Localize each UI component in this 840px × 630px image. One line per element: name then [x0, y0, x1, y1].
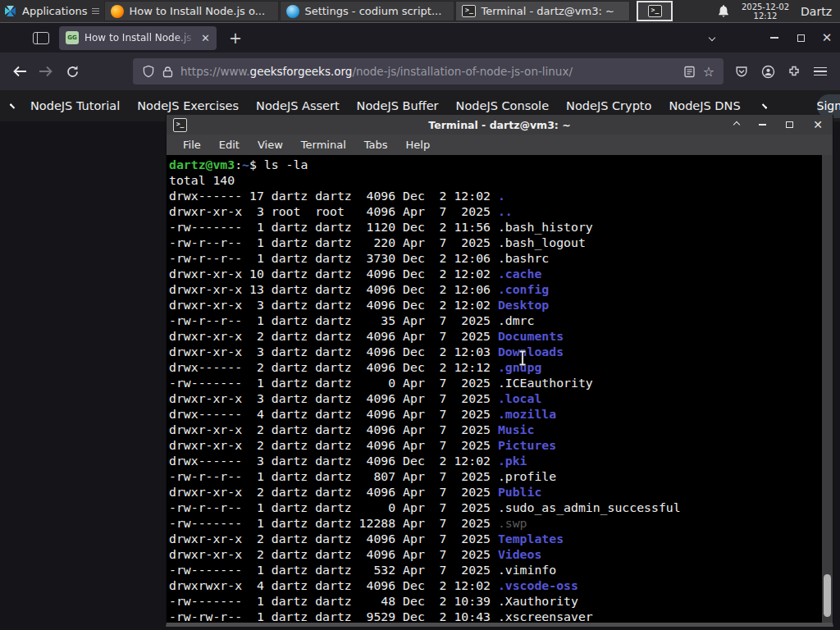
navigation-toolbar: https://www.geeksforgeeks.org/node-js/in… [0, 52, 840, 90]
reload-button[interactable] [59, 58, 85, 84]
applications-menu-button[interactable]: Applications [0, 0, 103, 22]
terminal-line: -rw-r--r-- 1 dartz dartz 807 Apr 7 2025 … [169, 468, 820, 484]
taskbar-button-terminal[interactable]: >_ Terminal - dartz@vm3: ~ [455, 1, 630, 21]
pocket-icon [735, 65, 748, 78]
panel-clock[interactable]: 2025-12-02 12:12 [742, 2, 789, 21]
terminal-line: -rw-rw-r-- 1 dartz dartz 9529 Dec 2 10:4… [169, 609, 820, 623]
menu-file[interactable]: File [174, 139, 210, 151]
window-close-button[interactable]: ✕ [814, 26, 840, 49]
hamburger-menu-icon [814, 65, 827, 79]
terminal-line: -rw------- 1 dartz dartz 12288 Apr 7 202… [169, 515, 820, 531]
bookmark-star-icon[interactable]: ☆ [703, 64, 714, 80]
terminal-title-bar[interactable]: >_ Terminal - dartz@vm3: ~ ✕ [167, 115, 833, 135]
terminal-line: -rw------- 1 dartz dartz 0 Apr 7 2025 .I… [169, 375, 820, 390]
lock-icon[interactable] [162, 66, 173, 78]
terminal-menu-bar: File Edit View Terminal Tabs Help [167, 135, 833, 155]
shade-window-icon[interactable] [733, 121, 740, 128]
taskbar-label: Terminal - dartz@vm3: ~ [481, 5, 614, 17]
new-tab-button[interactable]: + [229, 29, 242, 47]
taskbar-label: Settings - codium script... [304, 5, 441, 17]
terminal-line: drwxr-xr-x 13 dartz dartz 4096 Dec 2 12:… [169, 281, 820, 297]
back-arrow-icon [12, 66, 27, 77]
firefox-icon [111, 5, 124, 18]
panel-user-name: Dartz [801, 5, 832, 18]
nav-scroll-left-icon[interactable] [10, 103, 15, 108]
firefox-view-icon[interactable] [33, 32, 49, 44]
reader-view-icon[interactable] [683, 66, 696, 78]
shield-icon[interactable] [142, 65, 155, 78]
menu-tabs[interactable]: Tabs [355, 139, 397, 151]
terminal-line: drwxr-xr-x 2 dartz dartz 4096 Apr 7 2025… [169, 422, 820, 437]
terminal-line: drwx------ 2 dartz dartz 4096 Dec 2 12:1… [169, 359, 820, 375]
terminal-output: dartz@vm3:~$ ls -la total 140 drwx------… [169, 155, 820, 623]
tab-bar: GG How to Install Node.js on ✕ + ✕ [0, 22, 840, 52]
terminal-maximize-button[interactable] [786, 121, 793, 128]
list-all-tabs-button[interactable] [699, 26, 725, 49]
nav-scroll-right-icon[interactable] [761, 103, 766, 108]
nav-item-dns[interactable]: NodeJS DNS [669, 99, 740, 112]
nav-item-console[interactable]: NodeJS Console [456, 99, 550, 112]
maximize-icon [797, 34, 805, 42]
taskbar-button-firefox[interactable]: How to Install Node.js o... [104, 1, 279, 21]
terminal-close-button[interactable]: ✕ [813, 119, 823, 130]
terminal-line: -rw-r--r-- 1 dartz dartz 3730 Dec 2 12:0… [169, 250, 820, 266]
app-menu-button[interactable] [807, 58, 833, 84]
forward-arrow-icon [39, 66, 53, 77]
terminal-line: -rw-r--r-- 1 dartz dartz 35 Apr 7 2025 .… [169, 313, 820, 328]
terminal-line: drwxr-xr-x 2 dartz dartz 4096 Apr 7 2025… [169, 484, 820, 500]
terminal-line: drwxr-xr-x 3 dartz dartz 4096 Dec 2 12:0… [169, 344, 820, 359]
terminal-line: -rw------- 1 dartz dartz 1120 Dec 2 11:5… [169, 219, 820, 235]
terminal-line: drwxr-xr-x 10 dartz dartz 4096 Dec 2 12:… [169, 266, 820, 281]
terminal-window: >_ Terminal - dartz@vm3: ~ ✕ File Edit V… [166, 115, 833, 627]
terminal-line: drwxr-xr-x 2 dartz dartz 4096 Apr 7 2025… [169, 546, 820, 562]
terminal-line: -rw------- 1 dartz dartz 48 Dec 2 10:39 … [169, 593, 820, 609]
back-button[interactable] [7, 58, 33, 84]
gfg-favicon: GG [66, 31, 79, 44]
prompt-path: ~ [242, 158, 249, 171]
chevron-down-icon [709, 34, 715, 41]
taskbar-label: How to Install Node.js o... [129, 5, 265, 17]
terminal-line: drwxr-xr-x 2 dartz dartz 4096 Apr 7 2025… [169, 531, 820, 546]
terminal-total-line: total 140 [169, 172, 820, 188]
terminal-body[interactable]: dartz@vm3:~$ ls -la total 140 drwx------… [167, 155, 833, 623]
nav-item-assert[interactable]: NodeJS Assert [256, 99, 340, 112]
panel-handle-icon [92, 7, 99, 16]
nav-item-exercises[interactable]: NodeJS Exercises [137, 99, 239, 112]
menu-edit[interactable]: Edit [210, 139, 249, 151]
pocket-button[interactable] [728, 58, 755, 84]
menu-view[interactable]: View [249, 139, 292, 151]
menu-help[interactable]: Help [397, 139, 440, 151]
tab-active[interactable]: GG How to Install Node.js on ✕ [59, 26, 217, 50]
desktop: Applications How to Install Node.js o...… [0, 0, 840, 630]
window-minimize-button[interactable] [761, 26, 788, 49]
clock-time: 12:12 [742, 11, 789, 21]
nav-item-buffer[interactable]: NodeJS Buffer [357, 99, 439, 112]
nav-item-crypto[interactable]: NodeJS Crypto [566, 99, 651, 112]
terminal-scrollbar[interactable] [822, 155, 833, 623]
notification-bell-icon[interactable] [717, 4, 730, 18]
extensions-button[interactable] [781, 58, 807, 84]
terminal-line: drwx------ 17 dartz dartz 4096 Dec 2 12:… [169, 188, 820, 203]
url-path: /node-js/installation-of-node-js-on-linu… [352, 65, 573, 78]
url-text[interactable]: https://www.geeksforgeeks.org/node-js/in… [180, 65, 573, 78]
forward-button[interactable] [33, 58, 59, 84]
window-maximize-button[interactable] [788, 26, 814, 49]
text-cursor-pointer [518, 350, 527, 369]
taskbar-button-codium[interactable]: Settings - codium script... [280, 1, 454, 21]
terminal-line: -rw-r--r-- 1 dartz dartz 220 Apr 7 2025 … [169, 235, 820, 250]
url-bar[interactable]: https://www.geeksforgeeks.org/node-js/in… [133, 58, 724, 84]
nav-item-tutorial[interactable]: NodeJS Tutorial [30, 99, 120, 112]
url-domain: geeksforgeeks.org [250, 65, 353, 78]
tab-title: How to Install Node.js on [84, 32, 195, 43]
terminal-minimize-button[interactable] [759, 124, 766, 126]
workspace-switcher[interactable]: >_ [637, 1, 673, 21]
terminal-line: drwx------ 3 dartz dartz 4096 Dec 2 12:0… [169, 453, 820, 468]
account-button[interactable] [755, 58, 781, 84]
menu-terminal[interactable]: Terminal [292, 139, 355, 151]
tab-close-icon[interactable]: ✕ [201, 32, 210, 44]
scrollbar-thumb[interactable] [824, 574, 831, 617]
terminal-line: drwxr-xr-x 3 dartz dartz 4096 Apr 7 2025… [169, 390, 820, 406]
clock-date: 2025-12-02 [742, 2, 789, 11]
terminal-line: drwx------ 4 dartz dartz 4096 Apr 7 2025… [169, 406, 820, 422]
prompt-command: ls -la [257, 158, 308, 171]
